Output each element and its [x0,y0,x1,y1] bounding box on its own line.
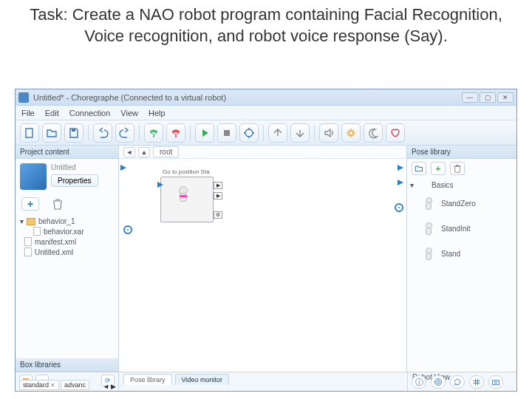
svg-point-7 [437,381,440,384]
bottom-center: Pose library Video monitor [119,372,407,391]
debug-button[interactable] [239,123,259,143]
svg-rect-0 [26,129,33,137]
svg-point-8 [435,379,442,386]
connect-button[interactable] [144,123,163,143]
project-icon [20,163,47,190]
pose-open-button[interactable] [412,162,426,175]
breadcrumb: ◄ ▲ root [119,146,406,159]
rest-button[interactable] [364,123,383,143]
node-param-port[interactable]: ⚙ [214,211,222,219]
menu-view[interactable]: View [120,109,138,117]
menu-connection[interactable]: Connection [69,109,111,117]
svg-point-10 [495,381,497,383]
wake-button[interactable] [341,123,361,143]
menubar: File Edit Connection View Help [16,106,516,120]
delete-icon[interactable] [52,198,63,210]
life-button[interactable] [386,123,405,143]
close-icon[interactable]: ✕ [50,382,55,389]
pose-standinit[interactable]: StandInit [441,225,470,233]
project-header: Project content [16,146,118,159]
svg-point-2 [153,136,154,137]
diagram-input-port[interactable] [120,165,126,171]
rv-screenshot-button[interactable] [488,375,503,389]
svg-rect-1 [72,129,75,132]
disconnect-button[interactable] [166,123,185,143]
nav-up-button[interactable]: ▲ [138,147,150,157]
boxlib-tab-advanced[interactable]: advanc [61,380,89,390]
svg-point-3 [175,136,177,137]
nav-back-button[interactable]: ◄ [123,147,135,157]
add-output-button[interactable] [395,203,403,212]
tree-behaviorxar[interactable]: behavior.xar [44,228,83,236]
toolbar-divider [190,125,191,141]
play-button[interactable] [195,123,214,143]
folder-icon [418,182,427,189]
toolbar-divider [139,125,140,141]
svg-rect-9 [493,381,499,385]
tree-manifest[interactable]: manifest.xml [35,238,76,246]
upload-button[interactable] [268,123,287,143]
menu-edit[interactable]: Edit [45,109,59,117]
titlebar: Untitled* - Choregraphe (Connected to a … [16,89,516,106]
pose-group-basics[interactable]: Basics [432,181,453,189]
rv-config-button[interactable] [431,375,446,389]
minimize-button[interactable]: — [462,92,478,103]
pose-thumb[interactable] [420,192,437,214]
project-name: Untitled [51,163,98,171]
toolbar-divider [88,125,89,141]
node-out-port2[interactable]: ▶ [214,192,222,200]
breadcrumb-root[interactable]: root [153,146,179,157]
pose-add-button[interactable]: + [431,162,446,175]
undo-button[interactable] [93,123,112,143]
toolbar-divider [314,125,315,141]
pose-thumb[interactable] [420,242,437,265]
node-label: Go to position Sta [163,168,210,175]
pose-thumb[interactable] [420,217,437,239]
add-content-button[interactable]: + [21,197,39,211]
open-button[interactable] [42,123,61,143]
project-tree[interactable]: ▾behavior_1 behavior.xar manifest.xml Un… [16,215,118,260]
rv-rotate-button[interactable] [450,375,465,389]
flow-canvas[interactable]: Go to position Sta ▶ ▶ ⚙ [119,159,406,372]
maximize-button[interactable]: ▢ [480,92,496,103]
file-icon [33,227,41,236]
app-window: Untitled* - Choregraphe (Connected to a … [15,89,517,392]
redo-button[interactable] [115,123,134,143]
boxlib-header: Box libraries [16,358,118,372]
stop-button[interactable] [217,123,236,143]
poselib-header: Pose library [407,146,516,159]
diagram-output-port2[interactable] [398,180,403,185]
rv-grid-button[interactable] [469,375,484,389]
tab-video-monitor[interactable]: Video monitor [175,374,229,385]
diagram-output-port1[interactable] [398,165,403,171]
download-button[interactable] [290,123,310,143]
save-button[interactable] [64,123,83,143]
tree-behavior1[interactable]: behavior_1 [38,217,75,225]
pose-delete-button[interactable] [450,162,465,175]
tab-scroll-left[interactable]: ◄ [103,383,109,390]
svg-rect-4 [224,130,230,136]
pose-stand[interactable]: Stand [441,250,460,258]
boxlib-tab-standard[interactable]: standard✕ [19,380,59,390]
svg-point-6 [349,131,353,135]
menu-file[interactable]: File [21,109,35,117]
tab-scroll-right[interactable]: ▶ [111,383,116,390]
new-button[interactable] [20,123,39,143]
pose-standzero[interactable]: StandZero [441,200,476,208]
close-button[interactable]: ✕ [497,92,514,103]
tab-pose-library[interactable]: Pose library [123,374,172,385]
tree-untitledxml[interactable]: Untitled.xml [35,248,73,256]
node-in-port[interactable] [157,182,163,188]
file-icon [24,237,32,246]
properties-button[interactable]: Properties [51,174,98,187]
rv-info-button[interactable]: ⓘ [412,375,426,389]
file-icon [24,248,32,256]
add-input-button[interactable] [123,225,132,234]
volume-button[interactable] [319,123,338,143]
workspace: Project content Untitled Properties + ▾b… [16,146,516,372]
menu-help[interactable]: Help [149,109,166,117]
window-title: Untitled* - Choregraphe (Connected to a … [33,93,462,102]
project-panel: Project content Untitled Properties + ▾b… [16,146,119,372]
goto-position-box[interactable]: Go to position Sta ▶ ▶ ⚙ [160,177,214,222]
node-out-port1[interactable]: ▶ [214,182,222,189]
